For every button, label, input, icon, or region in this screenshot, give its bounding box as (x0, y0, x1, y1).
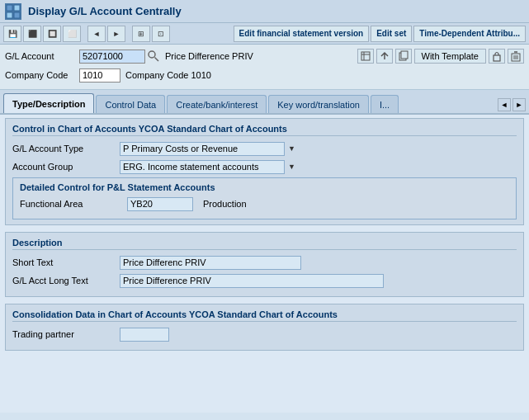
page-title: Display G/L Account Centrally (28, 5, 182, 17)
toolbar-icon-3[interactable] (395, 49, 412, 64)
main-content: Control in Chart of Accounts YCOA Standa… (0, 115, 529, 413)
lock-icon-btn[interactable] (489, 49, 505, 64)
toolbar-icon-1[interactable] (357, 49, 374, 64)
toolbar-help-btn[interactable]: ⊡ (152, 26, 170, 42)
long-text-label: G/L Acct Long Text (12, 276, 120, 286)
toolbar-right-area: With Template (357, 49, 525, 64)
company-code-label: Company Code (5, 70, 79, 80)
title-bar: Display G/L Account Centrally (0, 0, 529, 23)
gl-account-row: G/L Account Price Difference PRIV (5, 48, 524, 64)
svg-line-5 (155, 58, 159, 62)
svg-point-4 (149, 51, 155, 58)
company-code-desc: Company Code 1010 (125, 70, 211, 80)
tab-type-description[interactable]: Type/Description (3, 93, 94, 113)
company-code-input[interactable] (79, 68, 120, 83)
main-toolbar: 💾 ⬛ 🔲 ⬜ ◄ ► ⊞ ⊡ Edit financial statement… (0, 23, 529, 45)
toolbar-save-btn[interactable]: 💾 (3, 26, 21, 42)
toolbar-back-btn[interactable]: ⬛ (23, 26, 41, 42)
short-text-label: Short Text (12, 257, 120, 267)
svg-rect-10 (401, 51, 408, 59)
gl-account-label: G/L Account (5, 51, 79, 61)
gl-account-type-label: G/L Account Type (12, 144, 120, 153)
svg-rect-6 (361, 52, 370, 60)
trading-partner-row: Trading partner (12, 327, 517, 342)
edit-set-btn[interactable]: Edit set (371, 26, 412, 42)
consolidation-title: Consolidation Data in Chart of Accounts … (12, 309, 517, 322)
gl-account-desc: Price Difference PRIV (165, 51, 253, 61)
account-group-row: Account Group ▼ (12, 159, 517, 174)
tab-scroll-right[interactable]: ► (512, 98, 526, 111)
search-icon[interactable] (147, 50, 160, 63)
gl-account-type-input[interactable] (120, 142, 285, 156)
short-text-input[interactable] (120, 256, 301, 270)
consolidation-section: Consolidation Data in Chart of Accounts … (5, 304, 524, 351)
trading-partner-label: Trading partner (12, 329, 120, 339)
tabs-container: Type/Description Control Data Create/ban… (0, 90, 529, 115)
gl-account-type-dropdown-icon[interactable]: ▼ (288, 144, 295, 153)
long-text-input[interactable] (120, 274, 384, 288)
short-text-row: Short Text (12, 255, 517, 270)
detailed-control-section: Detailed Control for P&L Statement Accou… (12, 177, 517, 219)
detailed-control-title: Detailed Control for P&L Statement Accou… (20, 182, 509, 192)
app-icon (5, 3, 21, 20)
account-group-value-area: ▼ (120, 160, 295, 174)
edit-financial-btn[interactable]: Edit financial statement version (234, 26, 370, 42)
chart-of-accounts-section: Control in Chart of Accounts YCOA Standa… (5, 118, 524, 225)
gl-account-input[interactable] (79, 50, 145, 64)
functional-area-label: Functional Area (20, 199, 127, 209)
account-group-input[interactable] (120, 160, 285, 174)
svg-rect-2 (7, 12, 12, 18)
toolbar-menu-btn[interactable]: ⊞ (132, 26, 150, 42)
trading-partner-input[interactable] (120, 328, 169, 342)
tab-create-bank[interactable]: Create/bank/interest (167, 95, 267, 113)
tab-keyword-translation[interactable]: Key word/translation (268, 95, 369, 113)
form-area: G/L Account Price Difference PRIV (0, 45, 529, 90)
tab-scroll-left[interactable]: ◄ (498, 98, 511, 111)
toolbar-exit-btn[interactable]: 🔲 (43, 26, 61, 42)
production-label: Production (203, 199, 310, 209)
toolbar-icon-2[interactable] (376, 49, 393, 64)
gl-account-type-value-area: ▼ (120, 142, 295, 156)
svg-rect-0 (7, 5, 12, 11)
delete-icon-btn[interactable] (508, 49, 524, 64)
svg-rect-1 (14, 5, 20, 11)
tab-control-data[interactable]: Control Data (96, 95, 165, 113)
chart-section-title: Control in Chart of Accounts YCOA Standa… (12, 124, 517, 136)
svg-rect-3 (14, 12, 20, 18)
toolbar-cancel-btn[interactable]: ⬜ (63, 26, 81, 42)
functional-area-value-area: Production (127, 197, 310, 211)
description-section: Description Short Text G/L Acct Long Tex… (5, 232, 524, 297)
svg-rect-11 (494, 55, 500, 61)
long-text-row: G/L Acct Long Text (12, 273, 517, 288)
toolbar-next-btn[interactable]: ► (107, 26, 125, 42)
tab-i[interactable]: I... (371, 95, 399, 113)
toolbar-prev-btn[interactable]: ◄ (87, 26, 106, 42)
functional-area-row: Functional Area Production (20, 196, 509, 211)
account-group-dropdown-icon[interactable]: ▼ (288, 163, 295, 171)
description-title: Description (12, 238, 517, 250)
tab-nav-buttons: ◄ ► (498, 98, 526, 113)
gl-account-type-row: G/L Account Type ▼ (12, 141, 517, 156)
functional-area-input[interactable] (127, 197, 193, 211)
account-group-label: Account Group (12, 162, 120, 172)
company-code-row: Company Code Company Code 1010 (5, 67, 524, 83)
time-dependent-btn[interactable]: Time-Dependent Attribu... (413, 26, 526, 42)
with-template-btn[interactable]: With Template (414, 49, 487, 64)
